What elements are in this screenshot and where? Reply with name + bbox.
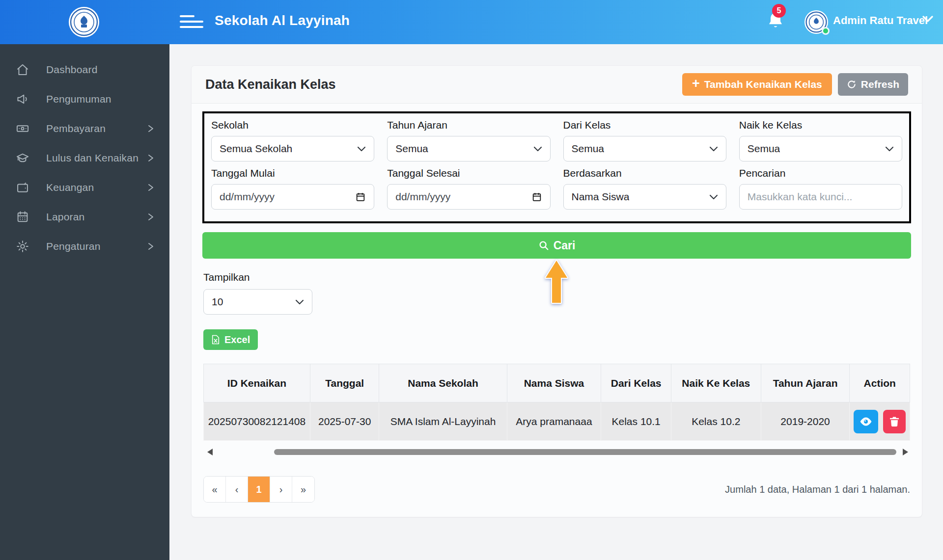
berdasarkan-select[interactable]: Nama Siswa	[563, 184, 726, 210]
cell-nama-siswa: Arya pramanaaa	[507, 402, 601, 441]
user-name[interactable]: Admin Ratu Travel	[833, 14, 928, 27]
notification-bell[interactable]: 5	[766, 11, 788, 35]
tanggal-selesai-label: Tanggal Selesai	[387, 167, 550, 179]
delete-button[interactable]	[883, 410, 906, 433]
excel-export-button[interactable]: Excel	[203, 329, 258, 350]
chevron-down-icon	[885, 146, 894, 152]
sekolah-select[interactable]: Semua Sekolah	[211, 136, 374, 161]
cell-nama-sekolah: SMA Islam Al-Layyinah	[379, 402, 507, 441]
chevron-down-icon	[357, 146, 366, 152]
search-icon	[538, 240, 549, 251]
menu-toggle-icon[interactable]	[180, 15, 203, 29]
cell-naik-ke-kelas: Kelas 10.2	[671, 402, 761, 441]
plus-icon: +	[692, 77, 700, 90]
col-naik-ke-kelas: Naik Ke Kelas	[671, 364, 761, 402]
sidebar-item-label: Dashboard	[46, 64, 98, 76]
app-title: Sekolah Al Layyinah	[215, 13, 350, 28]
search-input[interactable]	[739, 184, 902, 210]
tanggal-mulai-label: Tanggal Mulai	[211, 167, 374, 179]
sidebar-item-pengaturan[interactable]: Pengaturan	[0, 232, 169, 261]
page-first-button[interactable]: «	[204, 477, 226, 502]
naik-ke-kelas-select[interactable]: Semua	[739, 136, 902, 161]
col-action: Action	[850, 364, 910, 402]
result-summary: Jumlah 1 data, Halaman 1 dari 1 halaman.	[725, 484, 910, 495]
col-nama-siswa: Nama Siswa	[507, 364, 601, 402]
view-button[interactable]	[854, 410, 878, 433]
chevron-right-icon	[147, 124, 155, 133]
sidebar-item-keuangan[interactable]: Keuangan	[0, 173, 169, 202]
filter-naik-ke-kelas: Naik ke Kelas Semua	[739, 119, 902, 161]
tampilkan-select[interactable]: 10	[203, 289, 312, 315]
chevron-down-icon	[709, 146, 718, 152]
pagination-row: « ‹ 1 › » Jumlah 1 data, Halaman 1 dari …	[203, 476, 910, 503]
calendar-icon	[355, 191, 366, 202]
dari-kelas-select[interactable]: Semua	[563, 136, 726, 161]
filter-tahun-ajaran: Tahun Ajaran Semua	[387, 119, 550, 161]
pencarian-label: Pencarian	[739, 167, 902, 179]
scroll-right-arrow-icon[interactable]	[903, 449, 908, 455]
page-title: Data Kenaikan Kelas	[205, 77, 336, 92]
chevron-right-icon	[147, 154, 155, 162]
user-menu-chevron-down-icon[interactable]	[922, 16, 933, 23]
sidebar-item-pembayaran[interactable]: Pembayaran	[0, 114, 169, 143]
graduation-cap-icon	[16, 151, 29, 165]
school-logo	[69, 7, 99, 37]
user-avatar[interactable]	[804, 10, 828, 34]
wallet-icon	[16, 181, 29, 194]
sidebar-item-label: Pembayaran	[46, 123, 106, 134]
page-prev-button[interactable]: ‹	[226, 477, 248, 502]
tahun-ajaran-select[interactable]: Semua	[387, 136, 550, 161]
chevron-right-icon	[147, 242, 155, 251]
tahun-ajaran-label: Tahun Ajaran	[387, 119, 550, 131]
top-header: Sekolah Al Layyinah 5 Admin Ratu Travel	[0, 0, 943, 44]
chevron-down-icon	[295, 299, 304, 305]
sekolah-label: Sekolah	[211, 119, 374, 131]
horizontal-scrollbar	[203, 448, 910, 456]
table-section: Tampilkan 10 Excel	[192, 271, 922, 503]
tanggal-selesai-input[interactable]: dd/mm/yyyy	[387, 184, 550, 210]
megaphone-icon	[16, 92, 29, 106]
eye-icon	[860, 417, 872, 427]
table-header-row: ID Kenaikan Tanggal Nama Sekolah Nama Si…	[204, 364, 910, 402]
sidebar-item-label: Pengaturan	[46, 240, 101, 252]
filter-tanggal-selesai: Tanggal Selesai dd/mm/yyyy	[387, 167, 550, 210]
refresh-icon	[847, 80, 857, 89]
sidebar-item-pengumuman[interactable]: Pengumuman	[0, 84, 169, 114]
dari-kelas-label: Dari Kelas	[563, 119, 726, 131]
sidebar-item-label: Pengumuman	[46, 93, 111, 105]
sidebar-item-laporan[interactable]: Laporan	[0, 202, 169, 232]
page-last-button[interactable]: »	[292, 477, 314, 502]
calendar-icon	[531, 191, 542, 202]
cell-action	[850, 402, 910, 441]
refresh-button[interactable]: Refresh	[838, 73, 908, 96]
excel-file-icon	[211, 335, 220, 345]
filter-pencarian: Pencarian	[739, 167, 902, 210]
naik-ke-kelas-label: Naik ke Kelas	[739, 119, 902, 131]
scrollbar-thumb[interactable]	[274, 449, 896, 455]
tanggal-mulai-input[interactable]: dd/mm/yyyy	[211, 184, 374, 210]
kenaikan-kelas-table: ID Kenaikan Tanggal Nama Sekolah Nama Si…	[203, 364, 910, 441]
tambah-kenaikan-kelas-button[interactable]: + Tambah Kenaikan Kelas	[682, 73, 832, 96]
home-icon	[16, 63, 29, 77]
filter-tanggal-mulai: Tanggal Mulai dd/mm/yyyy	[211, 167, 374, 210]
trash-icon	[889, 416, 899, 427]
sidebar-item-label: Lulus dan Kenaikan	[46, 152, 139, 164]
page-1-button[interactable]: 1	[248, 477, 270, 502]
page-next-button[interactable]: ›	[270, 477, 292, 502]
berdasarkan-label: Berdasarkan	[563, 167, 726, 179]
main-content: Data Kenaikan Kelas + Tambah Kenaikan Ke…	[169, 44, 943, 560]
notification-count-badge: 5	[772, 4, 786, 18]
report-calendar-icon	[16, 210, 29, 224]
chevron-down-icon	[709, 194, 718, 200]
scroll-left-arrow-icon[interactable]	[207, 449, 213, 455]
col-tahun-ajaran: Tahun Ajaran	[761, 364, 850, 402]
sidebar-item-label: Keuangan	[46, 182, 94, 193]
sidebar-item-dashboard[interactable]: Dashboard	[0, 55, 169, 84]
chevron-down-icon	[533, 146, 542, 152]
filter-sekolah: Sekolah Semua Sekolah	[211, 119, 374, 161]
annotation-arrow-up-icon	[543, 258, 570, 305]
table-row: 20250730082121408 2025-07-30 SMA Islam A…	[204, 402, 910, 441]
cari-button[interactable]: Cari	[202, 232, 911, 259]
sidebar-item-lulus-dan-kenaikan[interactable]: Lulus dan Kenaikan	[0, 143, 169, 173]
chevron-right-icon	[147, 213, 155, 221]
